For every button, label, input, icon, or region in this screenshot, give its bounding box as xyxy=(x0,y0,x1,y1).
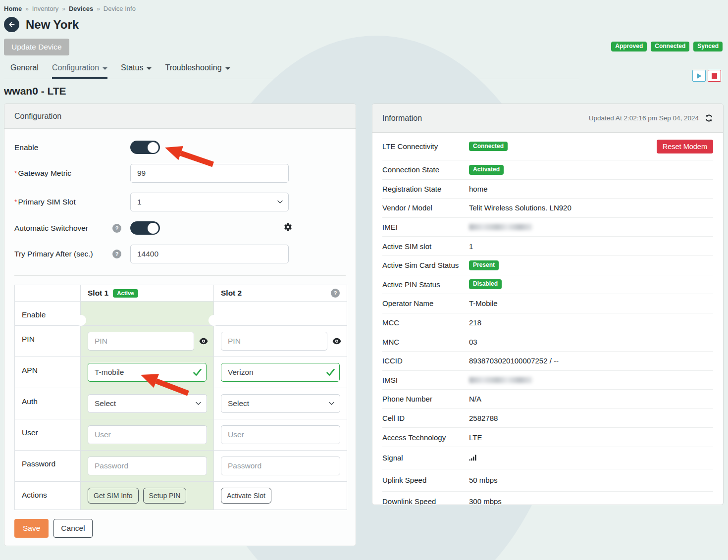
sim-actions-row: Actions Get SIM Info Setup PIN Activate … xyxy=(15,482,347,510)
slot2-password-input[interactable] xyxy=(221,457,340,475)
switchover-settings-button[interactable] xyxy=(283,222,293,233)
slot1-password-input[interactable] xyxy=(88,457,207,475)
update-device-button[interactable]: Update Device xyxy=(4,39,69,55)
valid-check-icon xyxy=(326,368,335,376)
info-row-mnc: MNC03 xyxy=(382,332,713,352)
info-row-mcc: MCC218 xyxy=(382,313,713,333)
redacted-value xyxy=(469,377,532,383)
slot1-auth-value: Select xyxy=(95,399,116,408)
information-panel-title: Information xyxy=(382,114,422,123)
slot1-auth-select[interactable]: Select xyxy=(88,394,207,413)
info-value: 300 mbps xyxy=(469,497,502,505)
arrow-left-icon xyxy=(7,20,16,29)
slot-help-icon[interactable]: ? xyxy=(331,289,340,298)
help-icon[interactable]: ? xyxy=(112,250,121,258)
gateway-metric-input[interactable] xyxy=(130,164,289,183)
info-label: Vendor / Model xyxy=(382,204,469,212)
breadcrumb-separator: » xyxy=(25,5,29,12)
slot2-apn-input[interactable] xyxy=(221,363,340,382)
sim-apn-label: APN xyxy=(15,357,81,388)
enable-toggle[interactable] xyxy=(130,141,160,154)
info-row-downlink-speed: Downlink Speed300 mbps xyxy=(382,492,713,505)
info-value: LTE xyxy=(469,433,482,442)
information-panel: Information Updated At 2:02:16 pm Sep 04… xyxy=(372,103,724,505)
info-value: home xyxy=(469,185,488,193)
try-primary-input[interactable] xyxy=(130,245,289,263)
cancel-button[interactable]: Cancel xyxy=(53,519,92,538)
get-sim-info-button[interactable]: Get SIM Info xyxy=(88,488,139,504)
chevron-down-icon xyxy=(103,67,107,70)
gear-icon xyxy=(283,222,293,232)
info-value: 2582788 xyxy=(469,414,498,422)
gateway-metric-field-row: *Gateway Metric xyxy=(14,164,346,183)
tab-general[interactable]: General xyxy=(10,59,39,79)
info-value xyxy=(469,224,532,230)
tab-label: General xyxy=(10,63,39,72)
slot1-active-badge: Active xyxy=(113,289,138,298)
sim-password-label: Password xyxy=(15,451,81,482)
info-row-imsi: IMSI xyxy=(382,371,713,390)
slot2-header-cell: Slot 2 ? xyxy=(214,285,347,302)
info-badge-connected: Connected xyxy=(469,142,508,152)
info-badge-activated: Activated xyxy=(469,165,504,175)
stop-button[interactable] xyxy=(708,70,721,82)
breadcrumb-item-device-info[interactable]: Device Info xyxy=(104,5,136,12)
tab-status[interactable]: Status xyxy=(121,59,152,79)
breadcrumb-item-home[interactable]: Home xyxy=(4,5,22,12)
configuration-panel: Configuration Enable *Gateway Metric *Pr… xyxy=(4,103,356,546)
title-row: New York xyxy=(4,17,79,32)
slot2-pin-visibility-button[interactable] xyxy=(332,338,341,345)
gateway-metric-label: *Gateway Metric xyxy=(14,169,112,178)
breadcrumb: Home»Inventory»Devices»Device Info xyxy=(4,5,136,12)
reset-modem-button[interactable]: Reset Modem xyxy=(657,140,713,153)
primary-sim-slot-label: *Primary SIM Slot xyxy=(14,198,112,206)
slot1-pin-visibility-button[interactable] xyxy=(199,338,208,345)
info-label: Active Sim Card Status xyxy=(382,261,469,269)
info-row-phone-number: Phone NumberN/A xyxy=(382,390,713,409)
updated-at-timestamp: Updated At 2:02:16 pm Sep 04, 2024 xyxy=(589,114,699,122)
info-value: Disabled xyxy=(469,279,502,289)
slot2-header-label: Slot 2 xyxy=(221,289,242,298)
info-label: Downlink Speed xyxy=(382,497,469,505)
breadcrumb-item-devices[interactable]: Devices xyxy=(69,5,93,12)
slot1-apn-input[interactable] xyxy=(88,363,207,382)
primary-sim-slot-select[interactable]: 1 xyxy=(130,193,289,211)
info-value xyxy=(469,377,532,383)
breadcrumb-separator: » xyxy=(62,5,65,12)
information-rows: LTE ConnectivityConnectedReset ModemConn… xyxy=(372,133,723,505)
info-row-active-sim-slot: Active SIM slot1 xyxy=(382,237,713,256)
info-row-lte-connectivity: LTE ConnectivityConnectedReset Modem xyxy=(382,133,713,160)
help-icon[interactable]: ? xyxy=(112,224,121,233)
slot1-pin-input[interactable] xyxy=(88,332,194,351)
refresh-button[interactable] xyxy=(705,114,713,122)
info-value xyxy=(469,454,476,461)
enable-field-row: Enable xyxy=(14,141,346,154)
info-row-signal: Signal xyxy=(382,447,713,469)
slot1-user-input[interactable] xyxy=(88,425,207,444)
activate-slot-button[interactable]: Activate Slot xyxy=(221,488,271,504)
sim-auth-label: Auth xyxy=(15,388,81,419)
slot2-pin-input[interactable] xyxy=(221,332,327,351)
setup-pin-button[interactable]: Setup PIN xyxy=(143,488,187,504)
play-button[interactable] xyxy=(692,70,706,82)
breadcrumb-item-inventory[interactable]: Inventory xyxy=(32,5,58,12)
eye-icon xyxy=(199,338,208,345)
save-button[interactable]: Save xyxy=(14,519,49,538)
tab-bar: GeneralConfigurationStatusTroubleshootin… xyxy=(4,59,579,79)
info-label: Access Technology xyxy=(382,433,469,442)
automatic-switchover-toggle[interactable] xyxy=(130,221,160,235)
signal-bars-icon xyxy=(469,454,476,461)
sim-slots-table: Slot 1 Active Slot 2 ? Enable PIN xyxy=(14,285,347,510)
info-value: Activated xyxy=(469,165,504,175)
info-value: 1 xyxy=(469,242,473,251)
sim-user-row: User xyxy=(15,419,347,451)
info-row-operator-name: Operator NameT-Mobile xyxy=(382,294,713,313)
info-label: Active PIN Status xyxy=(382,280,469,289)
tab-troubleshooting[interactable]: Troubleshooting xyxy=(165,59,230,79)
tab-configuration[interactable]: Configuration xyxy=(52,59,107,79)
info-value: 218 xyxy=(469,318,481,327)
slot2-user-input[interactable] xyxy=(221,425,340,444)
slot2-auth-select[interactable]: Select xyxy=(221,394,340,413)
information-panel-header: Information Updated At 2:02:16 pm Sep 04… xyxy=(372,104,723,133)
back-button[interactable] xyxy=(4,17,19,32)
